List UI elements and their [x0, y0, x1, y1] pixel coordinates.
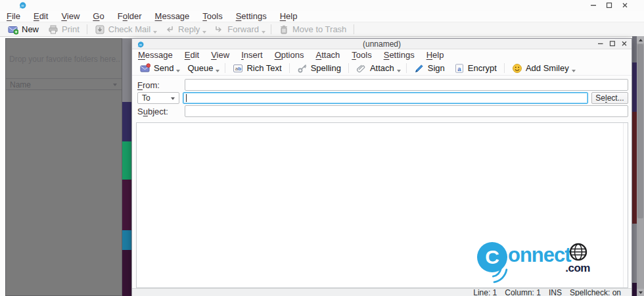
toolbar-separator: [348, 63, 349, 73]
menu-settings[interactable]: Settings: [378, 49, 421, 61]
menu-help[interactable]: Help: [421, 49, 450, 61]
main-menubar: FileEditViewGoFolderMessageToolsSettings…: [0, 11, 644, 22]
maximize-icon[interactable]: [605, 1, 612, 9]
encrypt-icon: a: [454, 63, 465, 74]
menu-settings[interactable]: Settings: [229, 11, 273, 22]
queue-button[interactable]: Queue: [183, 61, 218, 75]
editor-scrollbar-track[interactable]: [623, 123, 628, 287]
compose-close-icon[interactable]: [620, 39, 628, 47]
message-body-editor[interactable]: C onnect .com: [136, 122, 628, 288]
compose-header-fields: From: To Select... Subject:: [132, 76, 632, 122]
subject-input[interactable]: [185, 105, 628, 117]
toolbar-separator: [289, 63, 290, 73]
select-recipients-button[interactable]: Select...: [591, 92, 628, 104]
scrollbar-thumb[interactable]: [637, 44, 643, 218]
status-line: Line: 1: [473, 288, 497, 296]
check-mail-button[interactable]: Check Mail: [90, 22, 155, 36]
wallpaper-strip-left: [122, 38, 131, 296]
rich-text-label: Rich Text: [246, 63, 281, 73]
sign-button[interactable]: Sign: [409, 61, 449, 75]
scroll-up-icon[interactable]: [637, 36, 644, 43]
compose-menubar: MessageEditViewInsertOptionsAttachToolsS…: [132, 49, 632, 61]
menu-go[interactable]: Go: [86, 11, 110, 22]
text-cursor: [186, 94, 187, 102]
rich-text-button[interactable]: abRich Text: [228, 61, 286, 75]
right-scrollbar[interactable]: [637, 36, 644, 296]
from-label: From:: [137, 80, 160, 90]
favorite-folders-dropzone[interactable]: Drop your favorite folders here...: [6, 39, 122, 78]
mail-new-icon: [8, 24, 18, 35]
spelling-label: Spelling: [311, 63, 341, 73]
compose-title: (unnamed): [132, 39, 632, 49]
compose-window-controls: [597, 39, 628, 47]
subject-label: Subject:: [137, 107, 168, 116]
add-smiley-button[interactable]: Add Smiley: [507, 61, 574, 75]
scroll-down-icon[interactable]: [637, 289, 644, 296]
toolbar-separator: [406, 63, 407, 73]
folder-sidebar: Drop your favorite folders here... Name: [5, 38, 122, 296]
compose-maximize-icon[interactable]: [609, 39, 616, 47]
encrypt-label: Encrypt: [468, 63, 497, 73]
combo-caret-icon: [171, 97, 175, 100]
menu-help[interactable]: Help: [273, 11, 304, 22]
globe-icon: [568, 242, 589, 263]
logo-wordmark: onnect: [508, 243, 571, 267]
recipient-type-selector[interactable]: To: [137, 92, 179, 104]
attach-button[interactable]: Attach: [352, 61, 399, 75]
menu-message[interactable]: Message: [149, 11, 196, 22]
close-icon[interactable]: [621, 1, 628, 9]
svg-text:a: a: [457, 64, 461, 72]
encrypt-button[interactable]: aEncrypt: [449, 61, 501, 75]
menu-view[interactable]: View: [205, 49, 235, 61]
menu-edit[interactable]: Edit: [179, 49, 205, 61]
dropdown-caret-icon[interactable]: [176, 70, 180, 72]
printer-icon: [48, 24, 58, 35]
menu-insert[interactable]: Insert: [235, 49, 269, 61]
connect-com-watermark: C onnect .com: [473, 239, 593, 280]
reply-button[interactable]: Reply: [160, 22, 204, 36]
recipient-type-value: To: [142, 93, 150, 103]
logo-tld: .com: [564, 262, 590, 275]
menu-message[interactable]: Message: [132, 49, 179, 61]
toolbar-separator: [271, 24, 271, 34]
to-input[interactable]: [183, 92, 588, 104]
dropdown-caret-icon[interactable]: [262, 31, 265, 34]
send-button[interactable]: Send: [135, 61, 178, 75]
menu-tools[interactable]: Tools: [196, 11, 229, 22]
menu-options[interactable]: Options: [269, 49, 310, 61]
print-button[interactable]: Print: [43, 22, 84, 36]
forward-label: Forward: [227, 24, 259, 34]
forward-button[interactable]: Forward: [209, 22, 264, 36]
status-spellcheck: Spellcheck: on: [570, 288, 621, 296]
main-window-controls: [589, 1, 628, 9]
menu-folder[interactable]: Folder: [111, 11, 149, 22]
menu-edit[interactable]: Edit: [27, 11, 55, 22]
menu-file[interactable]: File: [0, 11, 27, 22]
folder-list-name-header[interactable]: Name: [6, 78, 122, 90]
dropdown-caret-icon[interactable]: [216, 70, 219, 72]
check-mail-label: Check Mail: [108, 24, 150, 34]
menu-view[interactable]: View: [55, 11, 86, 22]
reply-icon: [164, 24, 175, 35]
dropdown-caret-icon[interactable]: [397, 70, 401, 72]
compose-titlebar[interactable]: (unnamed): [132, 39, 632, 49]
send-label: Send: [154, 63, 173, 73]
main-window-titlebar[interactable]: [0, 0, 644, 11]
add-smiley-label: Add Smiley: [526, 63, 569, 73]
compose-minimize-icon[interactable]: [597, 39, 604, 47]
menu-tools[interactable]: Tools: [346, 49, 377, 61]
favorites-placeholder: Drop your favorite folders here...: [9, 55, 120, 64]
dropdown-caret-icon[interactable]: [202, 31, 206, 34]
new-button[interactable]: New: [3, 22, 43, 36]
menu-attach[interactable]: Attach: [310, 49, 346, 61]
dropdown-caret-icon[interactable]: [153, 31, 157, 34]
move-to-trash-button[interactable]: Move to Trash: [274, 22, 351, 36]
toolbar-separator: [225, 63, 225, 73]
spelling-button[interactable]: Spelling: [292, 61, 346, 75]
from-input[interactable]: [185, 79, 628, 91]
check-mail-icon: [95, 24, 105, 35]
dropdown-caret-icon[interactable]: [572, 70, 576, 72]
minimize-icon[interactable]: [589, 1, 597, 9]
toolbar-separator: [87, 24, 87, 34]
compose-toolbar: SendQueueabRich TextSpellingAttachSignaE…: [132, 61, 632, 76]
